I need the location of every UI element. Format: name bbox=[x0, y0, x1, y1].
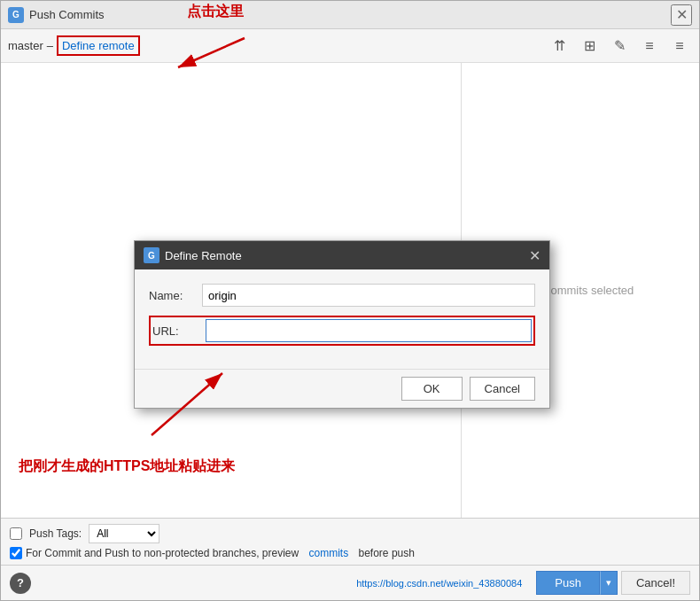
title-bar: G Push Commits ✕ bbox=[1, 1, 699, 29]
dialog-title: Define Remote bbox=[165, 249, 529, 262]
grid-icon-btn[interactable]: ⊞ bbox=[577, 34, 602, 59]
app-icon: G bbox=[8, 7, 24, 23]
dialog-cancel-button[interactable]: Cancel bbox=[470, 377, 535, 401]
push-tags-row: Push Tags: All bbox=[10, 524, 690, 543]
toolbar-right-buttons: ⇈ ⊞ ✎ ≡ ≡ bbox=[547, 34, 692, 59]
close-button[interactable]: ✕ bbox=[671, 4, 692, 26]
url-label: URL: bbox=[152, 324, 206, 338]
dialog-close-button[interactable]: ✕ bbox=[529, 247, 541, 264]
dialog-buttons: OK Cancel bbox=[135, 369, 549, 408]
cancel-button[interactable]: Cancel! bbox=[621, 571, 690, 595]
push-btn-group: Push ▾ bbox=[536, 571, 618, 595]
push-dropdown-button[interactable]: ▾ bbox=[600, 571, 618, 595]
commit-prefix-label: For Commit and Push to non-protected bra… bbox=[26, 547, 415, 559]
bottom-bar: Push Tags: All For Commit and Push to no… bbox=[1, 518, 699, 565]
push-button[interactable]: Push bbox=[536, 571, 600, 595]
define-remote-dialog: G Define Remote ✕ Name: URL: OK Cancel bbox=[134, 240, 550, 409]
help-button[interactable]: ? bbox=[10, 573, 31, 594]
define-remote-link[interactable]: Define remote bbox=[57, 35, 140, 56]
dialog-body: Name: URL: bbox=[135, 269, 549, 369]
url-row: URL: bbox=[149, 316, 535, 346]
separator: – bbox=[47, 39, 53, 52]
push-icon-btn[interactable]: ⇈ bbox=[547, 34, 572, 59]
url-hint: https://blog.csdn.net/weixin_43880084 bbox=[356, 578, 522, 589]
dialog-title-bar: G Define Remote ✕ bbox=[135, 241, 549, 269]
name-row: Name: bbox=[149, 284, 535, 307]
align-icon-btn-1[interactable]: ≡ bbox=[637, 34, 662, 59]
commit-preview-row: For Commit and Push to non-protected bra… bbox=[10, 547, 690, 559]
window-title: Push Commits bbox=[29, 8, 671, 21]
dialog-icon: G bbox=[144, 247, 159, 263]
name-label: Name: bbox=[149, 289, 202, 302]
align-icon-btn-2[interactable]: ≡ bbox=[667, 34, 692, 59]
commit-preview-checkbox[interactable] bbox=[10, 547, 22, 559]
edit-icon-btn[interactable]: ✎ bbox=[607, 34, 632, 59]
commits-link[interactable]: commits bbox=[309, 547, 349, 559]
push-tags-select[interactable]: All bbox=[89, 524, 159, 543]
main-window: G Push Commits ✕ master – Define remote … bbox=[0, 0, 700, 601]
name-input[interactable] bbox=[202, 284, 535, 307]
url-input[interactable] bbox=[206, 319, 532, 342]
dialog-ok-button[interactable]: OK bbox=[401, 377, 463, 401]
push-tags-label: Push Tags: bbox=[29, 527, 82, 540]
right-action-buttons: Push ▾ Cancel! bbox=[536, 571, 690, 595]
toolbar: master – Define remote ⇈ ⊞ ✎ ≡ ≡ bbox=[1, 29, 699, 63]
branch-name: master bbox=[8, 39, 43, 52]
bottom-actions: ? https://blog.csdn.net/weixin_43880084 … bbox=[1, 565, 699, 600]
push-tags-checkbox[interactable] bbox=[10, 527, 22, 540]
